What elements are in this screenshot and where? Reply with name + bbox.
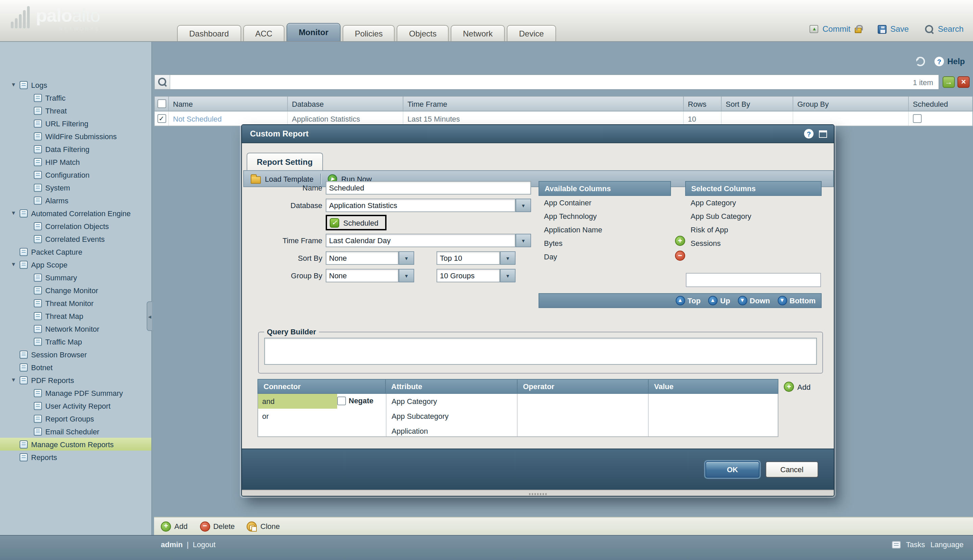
- group-by-count-dropdown-button[interactable]: [500, 269, 516, 282]
- scheduled-checkbox[interactable]: Scheduled: [326, 215, 387, 230]
- tasks-button[interactable]: Tasks: [906, 540, 925, 548]
- move-top-button[interactable]: Top: [675, 296, 701, 305]
- remove-column-button[interactable]: [675, 251, 685, 261]
- cancel-button[interactable]: Cancel: [766, 462, 818, 478]
- dialog-help-icon[interactable]: [804, 129, 814, 138]
- sidebar-item-alarms[interactable]: Alarms: [0, 194, 151, 207]
- sidebar-item-app-scope[interactable]: ▼App Scope: [0, 258, 151, 271]
- negate-checkbox[interactable]: Negate: [337, 394, 375, 437]
- attribute-option-app-category[interactable]: App Category: [386, 394, 517, 409]
- group-by-input[interactable]: [326, 269, 399, 282]
- sidebar-item-logs[interactable]: ▼Logs: [0, 78, 151, 91]
- sidebar-item-summary[interactable]: Summary: [0, 271, 151, 284]
- database-dropdown-button[interactable]: [516, 198, 531, 212]
- tree-collapse-icon[interactable]: ▼: [11, 262, 20, 268]
- tab-device[interactable]: Device: [507, 25, 556, 41]
- tab-network[interactable]: Network: [451, 25, 505, 41]
- sidebar-item-wildfire-submissions[interactable]: WildFire Submissions: [0, 130, 151, 143]
- available-column-app-container[interactable]: App Container: [539, 196, 671, 209]
- tree-collapse-icon[interactable]: ▼: [11, 82, 20, 88]
- sort-by-count-dropdown-button[interactable]: [500, 251, 516, 265]
- sidebar-item-threat[interactable]: Threat: [0, 104, 151, 117]
- search-link[interactable]: Search: [938, 24, 963, 34]
- attribute-option-app-subcategory[interactable]: App Subcategory: [386, 409, 517, 423]
- add-report-button[interactable]: Add: [161, 521, 187, 531]
- query-input[interactable]: [264, 338, 817, 365]
- sidebar-item-data-filtering[interactable]: Data Filtering: [0, 143, 151, 155]
- group-by-count-input[interactable]: [437, 269, 500, 282]
- column-header-time-frame[interactable]: Time Frame: [403, 97, 684, 111]
- sidebar-item-correlation-objects[interactable]: Correlation Objects: [0, 220, 151, 232]
- column-header-name[interactable]: Name: [169, 97, 288, 111]
- row-scheduled-checkbox[interactable]: [913, 114, 922, 123]
- language-button[interactable]: Language: [930, 540, 963, 548]
- clone-report-button[interactable]: Clone: [247, 521, 280, 531]
- selected-column-edit-row[interactable]: [686, 273, 821, 287]
- sidebar-item-threat-monitor[interactable]: Threat Monitor: [0, 297, 151, 309]
- sidebar-item-hip-match[interactable]: HIP Match: [0, 155, 151, 168]
- query-add-button[interactable]: Add: [784, 382, 811, 392]
- dialog-resize-strip[interactable]: [242, 490, 834, 497]
- report-name-link[interactable]: Not Scheduled: [173, 115, 222, 123]
- selected-column-app-sub-category[interactable]: App Sub Category: [685, 209, 822, 223]
- help-button[interactable]: Help: [935, 57, 965, 66]
- move-up-button[interactable]: Up: [708, 296, 730, 305]
- group-by-dropdown-button[interactable]: [399, 269, 414, 282]
- ok-button[interactable]: OK: [706, 462, 759, 478]
- sidebar-item-botnet[interactable]: Botnet: [0, 361, 151, 373]
- dialog-titlebar[interactable]: Custom Report: [242, 125, 834, 143]
- column-header-group-by[interactable]: Group By: [793, 97, 909, 111]
- refresh-icon[interactable]: [916, 57, 925, 66]
- sidebar-item-change-monitor[interactable]: Change Monitor: [0, 284, 151, 297]
- sort-by-dropdown-button[interactable]: [399, 251, 414, 265]
- tab-objects[interactable]: Objects: [397, 25, 449, 41]
- tab-policies[interactable]: Policies: [342, 25, 395, 41]
- tab-dashboard[interactable]: Dashboard: [177, 25, 241, 41]
- sidebar-item-report-groups[interactable]: Report Groups: [0, 412, 151, 425]
- available-column-app-technology[interactable]: App Technology: [539, 209, 671, 223]
- logout-link[interactable]: Logout: [193, 540, 215, 548]
- sidebar-item-manage-custom-reports[interactable]: Manage Custom Reports: [0, 438, 151, 450]
- column-header-sort-by[interactable]: Sort By: [722, 97, 793, 111]
- sidebar-item-configuration[interactable]: Configuration: [0, 168, 151, 181]
- tab-report-setting[interactable]: Report Setting: [247, 153, 323, 170]
- sidebar-item-network-monitor[interactable]: Network Monitor: [0, 322, 151, 335]
- tab-monitor[interactable]: Monitor: [287, 23, 340, 41]
- tab-acc[interactable]: ACC: [243, 25, 284, 41]
- attribute-option-application[interactable]: Application: [386, 423, 517, 437]
- sidebar-item-automated-correlation-engine[interactable]: ▼Automated Correlation Engine: [0, 207, 151, 220]
- apply-filter-button[interactable]: [943, 76, 955, 88]
- sidebar-item-session-browser[interactable]: Session Browser: [0, 348, 151, 361]
- sidebar-item-reports[interactable]: Reports: [0, 450, 151, 463]
- available-column-day[interactable]: Day: [539, 250, 671, 263]
- sidebar-item-manage-pdf-summary[interactable]: Manage PDF Summary: [0, 387, 151, 399]
- clear-filter-button[interactable]: [958, 76, 970, 88]
- row-checkbox[interactable]: [157, 114, 166, 123]
- move-bottom-button[interactable]: Bottom: [778, 296, 816, 305]
- select-all-checkbox[interactable]: [157, 99, 166, 108]
- available-column-bytes[interactable]: Bytes: [539, 237, 671, 250]
- selected-column-sessions[interactable]: Sessions: [685, 237, 822, 250]
- sidebar-collapse-handle[interactable]: ◀: [147, 301, 152, 331]
- sidebar-item-url-filtering[interactable]: URL Filtering: [0, 117, 151, 130]
- selected-column-risk-of-app[interactable]: Risk of App: [685, 223, 822, 237]
- sort-by-input[interactable]: [326, 251, 399, 265]
- sidebar-item-packet-capture[interactable]: Packet Capture: [0, 245, 151, 258]
- time-frame-dropdown-button[interactable]: [516, 234, 531, 247]
- time-frame-input[interactable]: [326, 234, 516, 247]
- tree-collapse-icon[interactable]: ▼: [11, 377, 20, 383]
- sidebar-item-pdf-reports[interactable]: ▼PDF Reports: [0, 373, 151, 387]
- sidebar-item-correlated-events[interactable]: Correlated Events: [0, 232, 151, 245]
- sort-by-count-input[interactable]: [437, 251, 500, 265]
- sidebar-item-threat-map[interactable]: Threat Map: [0, 309, 151, 322]
- connector-option-or[interactable]: or: [258, 409, 337, 423]
- name-input[interactable]: [326, 181, 531, 195]
- database-input[interactable]: [326, 198, 516, 212]
- sidebar-item-traffic-map[interactable]: Traffic Map: [0, 335, 151, 348]
- save-link[interactable]: Save: [890, 24, 909, 34]
- selected-column-app-category[interactable]: App Category: [685, 196, 822, 209]
- column-header-database[interactable]: Database: [288, 97, 403, 111]
- sidebar-item-email-scheduler[interactable]: Email Scheduler: [0, 425, 151, 438]
- sidebar-item-user-activity-report[interactable]: User Activity Report: [0, 399, 151, 412]
- connector-option-and[interactable]: and: [258, 394, 337, 409]
